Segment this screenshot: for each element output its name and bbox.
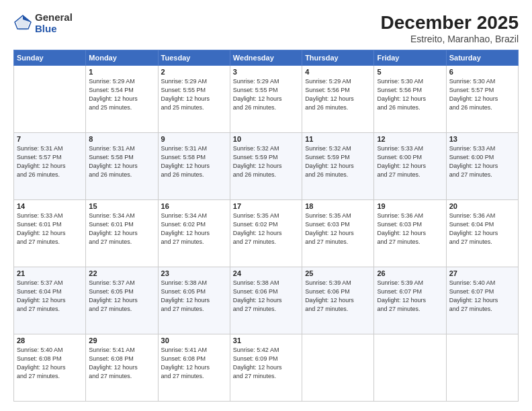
day-info: Sunrise: 5:34 AM Sunset: 6:02 PM Dayligh…: [161, 212, 227, 246]
table-row: 25Sunrise: 5:39 AM Sunset: 6:06 PM Dayli…: [302, 267, 374, 334]
table-row: [446, 334, 518, 402]
table-row: [374, 334, 446, 402]
day-number: 24: [233, 269, 299, 277]
logo-text: General Blue: [35, 12, 73, 34]
day-number: 9: [161, 135, 227, 143]
day-number: 27: [449, 269, 515, 277]
day-info: Sunrise: 5:38 AM Sunset: 6:06 PM Dayligh…: [233, 279, 299, 314]
table-row: 30Sunrise: 5:41 AM Sunset: 6:08 PM Dayli…: [158, 334, 230, 402]
day-number: 16: [161, 202, 227, 210]
day-info: Sunrise: 5:37 AM Sunset: 6:04 PM Dayligh…: [17, 279, 83, 314]
day-number: 5: [377, 68, 443, 76]
table-row: 26Sunrise: 5:39 AM Sunset: 6:07 PM Dayli…: [374, 267, 446, 334]
table-row: 7Sunrise: 5:31 AM Sunset: 5:57 PM Daylig…: [14, 133, 86, 200]
day-number: 4: [305, 68, 371, 76]
table-row: 19Sunrise: 5:36 AM Sunset: 6:03 PM Dayli…: [374, 200, 446, 267]
day-number: 23: [161, 269, 227, 277]
day-number: 22: [89, 269, 154, 277]
day-number: 15: [89, 202, 154, 210]
day-number: 18: [305, 202, 371, 210]
header-sunday: Sunday: [14, 50, 86, 66]
header: General Blue December 2025 Estreito, Mar…: [13, 12, 519, 44]
day-number: 19: [377, 202, 443, 210]
title-block: December 2025 Estreito, Maranhao, Brazil: [381, 12, 519, 44]
day-info: Sunrise: 5:33 AM Sunset: 6:01 PM Dayligh…: [17, 212, 83, 246]
table-row: 31Sunrise: 5:42 AM Sunset: 6:09 PM Dayli…: [230, 334, 302, 402]
day-number: 29: [89, 336, 154, 345]
day-info: Sunrise: 5:40 AM Sunset: 6:08 PM Dayligh…: [17, 346, 83, 381]
day-info: Sunrise: 5:29 AM Sunset: 5:55 PM Dayligh…: [161, 77, 227, 112]
header-tuesday: Tuesday: [158, 50, 230, 66]
day-number: 13: [449, 135, 515, 143]
header-thursday: Thursday: [302, 50, 374, 66]
day-info: Sunrise: 5:33 AM Sunset: 6:00 PM Dayligh…: [449, 144, 515, 179]
page: General Blue December 2025 Estreito, Mar…: [0, 0, 532, 411]
table-row: 20Sunrise: 5:36 AM Sunset: 6:04 PM Dayli…: [446, 200, 518, 267]
day-number: 28: [17, 336, 83, 345]
table-row: 23Sunrise: 5:38 AM Sunset: 6:05 PM Dayli…: [158, 267, 230, 334]
header-saturday: Saturday: [446, 50, 518, 66]
calendar-week-row: 1Sunrise: 5:29 AM Sunset: 5:54 PM Daylig…: [14, 66, 519, 133]
day-info: Sunrise: 5:34 AM Sunset: 6:01 PM Dayligh…: [89, 212, 154, 246]
logo-blue-text: Blue: [35, 24, 73, 35]
table-row: 21Sunrise: 5:37 AM Sunset: 6:04 PM Dayli…: [14, 267, 86, 334]
day-info: Sunrise: 5:32 AM Sunset: 5:59 PM Dayligh…: [305, 144, 371, 179]
subtitle: Estreito, Maranhao, Brazil: [381, 34, 519, 44]
table-row: 17Sunrise: 5:35 AM Sunset: 6:02 PM Dayli…: [230, 200, 302, 267]
calendar-week-row: 21Sunrise: 5:37 AM Sunset: 6:04 PM Dayli…: [14, 267, 519, 334]
table-row: 2Sunrise: 5:29 AM Sunset: 5:55 PM Daylig…: [158, 66, 230, 133]
calendar-week-row: 28Sunrise: 5:40 AM Sunset: 6:08 PM Dayli…: [14, 334, 519, 402]
logo: General Blue: [13, 12, 73, 34]
table-row: 29Sunrise: 5:41 AM Sunset: 6:08 PM Dayli…: [86, 334, 158, 402]
day-number: 17: [233, 202, 299, 210]
day-info: Sunrise: 5:41 AM Sunset: 6:08 PM Dayligh…: [161, 346, 227, 381]
day-info: Sunrise: 5:29 AM Sunset: 5:56 PM Dayligh…: [305, 77, 371, 112]
table-row: 18Sunrise: 5:35 AM Sunset: 6:03 PM Dayli…: [302, 200, 374, 267]
logo-general-text: General: [35, 12, 73, 24]
table-row: 14Sunrise: 5:33 AM Sunset: 6:01 PM Dayli…: [14, 200, 86, 267]
day-number: 2: [161, 68, 227, 76]
table-row: 27Sunrise: 5:40 AM Sunset: 6:07 PM Dayli…: [446, 267, 518, 334]
day-number: 7: [17, 135, 83, 143]
table-row: [302, 334, 374, 402]
day-number: 31: [233, 336, 299, 345]
table-row: 16Sunrise: 5:34 AM Sunset: 6:02 PM Dayli…: [158, 200, 230, 267]
table-row: 10Sunrise: 5:32 AM Sunset: 5:59 PM Dayli…: [230, 133, 302, 200]
day-info: Sunrise: 5:36 AM Sunset: 6:03 PM Dayligh…: [377, 212, 443, 246]
day-number: 11: [305, 135, 371, 143]
calendar-week-row: 14Sunrise: 5:33 AM Sunset: 6:01 PM Dayli…: [14, 200, 519, 267]
table-row: 4Sunrise: 5:29 AM Sunset: 5:56 PM Daylig…: [302, 66, 374, 133]
day-info: Sunrise: 5:41 AM Sunset: 6:08 PM Dayligh…: [89, 346, 154, 381]
table-row: 12Sunrise: 5:33 AM Sunset: 6:00 PM Dayli…: [374, 133, 446, 200]
day-info: Sunrise: 5:35 AM Sunset: 6:02 PM Dayligh…: [233, 212, 299, 246]
day-info: Sunrise: 5:31 AM Sunset: 5:57 PM Dayligh…: [17, 144, 83, 179]
day-info: Sunrise: 5:38 AM Sunset: 6:05 PM Dayligh…: [161, 279, 227, 314]
table-row: 5Sunrise: 5:30 AM Sunset: 5:56 PM Daylig…: [374, 66, 446, 133]
table-row: 24Sunrise: 5:38 AM Sunset: 6:06 PM Dayli…: [230, 267, 302, 334]
day-info: Sunrise: 5:39 AM Sunset: 6:07 PM Dayligh…: [377, 279, 443, 314]
calendar-week-row: 7Sunrise: 5:31 AM Sunset: 5:57 PM Daylig…: [14, 133, 519, 200]
day-info: Sunrise: 5:29 AM Sunset: 5:54 PM Dayligh…: [89, 77, 154, 112]
day-info: Sunrise: 5:39 AM Sunset: 6:06 PM Dayligh…: [305, 279, 371, 314]
day-number: 30: [161, 336, 227, 345]
day-number: 14: [17, 202, 83, 210]
table-row: 22Sunrise: 5:37 AM Sunset: 6:05 PM Dayli…: [86, 267, 158, 334]
day-info: Sunrise: 5:32 AM Sunset: 5:59 PM Dayligh…: [233, 144, 299, 179]
table-row: [14, 66, 86, 133]
day-number: 3: [233, 68, 299, 76]
header-wednesday: Wednesday: [230, 50, 302, 66]
day-info: Sunrise: 5:31 AM Sunset: 5:58 PM Dayligh…: [161, 144, 227, 179]
header-friday: Friday: [374, 50, 446, 66]
day-number: 1: [89, 68, 154, 76]
day-number: 26: [377, 269, 443, 277]
day-info: Sunrise: 5:40 AM Sunset: 6:07 PM Dayligh…: [449, 279, 515, 314]
day-number: 8: [89, 135, 154, 143]
table-row: 3Sunrise: 5:29 AM Sunset: 5:55 PM Daylig…: [230, 66, 302, 133]
calendar-header-row: Sunday Monday Tuesday Wednesday Thursday…: [14, 50, 519, 66]
table-row: 8Sunrise: 5:31 AM Sunset: 5:58 PM Daylig…: [86, 133, 158, 200]
table-row: 28Sunrise: 5:40 AM Sunset: 6:08 PM Dayli…: [14, 334, 86, 402]
day-info: Sunrise: 5:30 AM Sunset: 5:56 PM Dayligh…: [377, 77, 443, 112]
calendar-table: Sunday Monday Tuesday Wednesday Thursday…: [13, 50, 519, 402]
day-info: Sunrise: 5:31 AM Sunset: 5:58 PM Dayligh…: [89, 144, 154, 179]
day-number: 12: [377, 135, 443, 143]
